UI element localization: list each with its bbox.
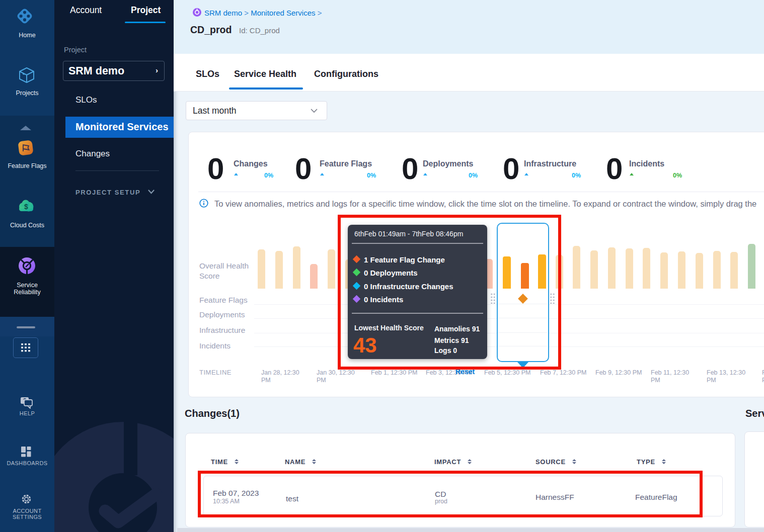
svg-text:$: $ bbox=[24, 203, 28, 211]
